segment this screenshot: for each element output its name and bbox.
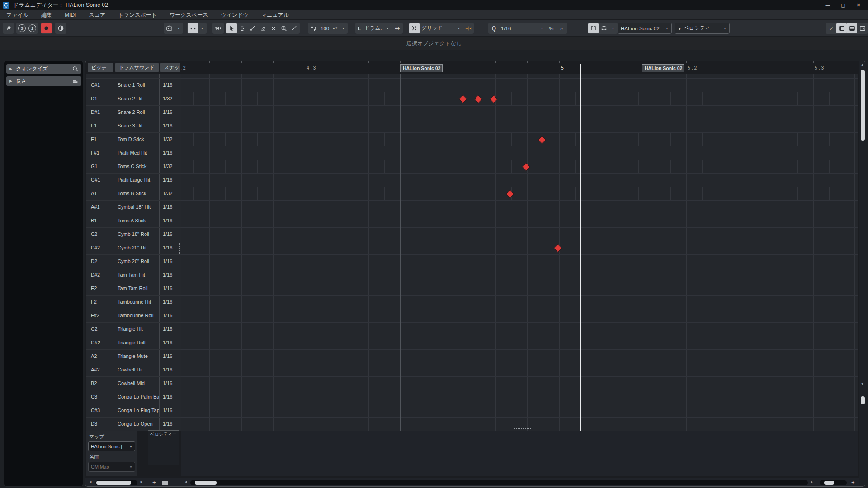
track-selector-combo[interactable]: HALion Sonic 02 ▼ <box>618 23 672 34</box>
snap-type-value[interactable]: グリッド <box>420 25 455 32</box>
autoscroll-button[interactable] <box>188 23 198 33</box>
h-zoom-in-button[interactable]: + <box>851 479 855 486</box>
drum-list-row[interactable]: A1Toms B Stick1/32 <box>86 187 181 201</box>
record-in-editor-button[interactable] <box>41 23 52 33</box>
v-scroll-down-arrow[interactable]: ▼ <box>861 382 864 385</box>
drum-map-selector[interactable]: HALion Sonic [. ▼ <box>88 441 135 451</box>
h-zoom-slider-track[interactable] <box>820 480 847 485</box>
inspector-section-length[interactable]: ▶ 長さ <box>6 76 81 86</box>
drum-list-row[interactable]: G2Triangle Hit1/16 <box>86 323 181 336</box>
menu-item-スコア[interactable]: スコア <box>82 10 112 20</box>
part-list-dropdown-arrow[interactable]: ▼ <box>609 23 617 33</box>
insert-velocity-value[interactable]: 100 <box>319 26 331 31</box>
drum-list-row[interactable]: G1Toms C Stick1/32 <box>86 160 181 174</box>
v-zoom-out-button[interactable]: — <box>860 389 864 394</box>
grid-scroll-left-arrow[interactable]: ◄ <box>184 480 188 484</box>
list-scrollbar-track[interactable] <box>95 480 137 485</box>
mute-tool[interactable] <box>268 23 278 33</box>
speaker-icon[interactable] <box>213 23 223 33</box>
drum-list-row[interactable]: D1Snare 2 Hit1/32 <box>86 92 181 106</box>
menu-item-編集[interactable]: 編集 <box>35 10 58 20</box>
snap-on-off-button[interactable] <box>409 23 420 33</box>
drum-list-row[interactable]: D#2Tam Tam Hit1/16 <box>86 268 181 282</box>
snap-grid-type-icon[interactable] <box>463 23 473 33</box>
drum-note[interactable] <box>459 95 467 103</box>
drum-note[interactable] <box>522 163 530 171</box>
v-zoom-slider-thumb[interactable] <box>861 396 865 404</box>
menu-item-ファイル[interactable]: ファイル <box>0 10 35 20</box>
show-part-borders-button[interactable] <box>588 23 599 33</box>
trim-tool[interactable] <box>237 23 247 33</box>
drum-list-row[interactable]: A2Triangle Mute1/16 <box>86 350 181 363</box>
drum-note[interactable] <box>490 95 498 103</box>
drum-list-row[interactable]: F2Tambourine Hit1/16 <box>86 296 181 309</box>
acoustic-feedback-button[interactable] <box>56 23 66 33</box>
drum-list-row[interactable]: C2Cymb 18" Roll1/16 <box>86 228 181 241</box>
drum-note[interactable] <box>506 190 514 198</box>
controller-lane-tab[interactable]: ベロシティー <box>148 430 179 465</box>
menu-item-ワークスペース[interactable]: ワークスペース <box>163 10 214 20</box>
midi-step-input-icon[interactable] <box>308 23 319 33</box>
timeline-ruler[interactable]: . 24 . 355 . 25 . 3HALion Sonic 02HALion… <box>181 61 858 74</box>
solo-button[interactable]: S <box>17 23 27 33</box>
drumstick-tool[interactable] <box>247 23 258 33</box>
drum-list-row[interactable]: F#1Piatti Med Hit1/16 <box>86 146 181 160</box>
length-dropdown-arrow[interactable]: ▼ <box>384 23 392 33</box>
quantize-panel-button[interactable]: e <box>557 23 567 33</box>
setup-window-layout-button[interactable] <box>857 23 868 33</box>
lower-zone-toggle[interactable] <box>847 23 857 33</box>
snap-type-dropdown-arrow[interactable]: ▼ <box>455 23 463 33</box>
drum-note[interactable] <box>474 95 482 103</box>
v-scrollbar-thumb[interactable] <box>861 70 865 141</box>
pin-button[interactable] <box>3 23 14 33</box>
minimize-button[interactable]: — <box>820 0 835 9</box>
drum-list-row[interactable]: C#3Conga Lo Fing Tap1/16 <box>86 404 181 418</box>
grid-scroll-right-arrow[interactable]: ► <box>810 480 814 484</box>
drum-list-row[interactable]: F#2Tambourine Roll1/16 <box>86 309 181 323</box>
object-selection-tool[interactable] <box>226 23 237 33</box>
list-scroll-right-arrow[interactable]: ► <box>140 480 143 484</box>
lane-resize-handle[interactable] <box>514 428 531 429</box>
drum-list-row[interactable]: A#2Cowbell Hi1/16 <box>86 363 181 377</box>
menu-item-ウィンドウ[interactable]: ウィンドウ <box>214 10 255 20</box>
column-header-pitch[interactable]: ピッチ <box>88 63 113 72</box>
drum-list-row[interactable]: E1Snare 3 Hit1/16 <box>86 119 181 133</box>
drum-list-row[interactable]: D2Cymb 20" Roll1/16 <box>86 255 181 268</box>
velocity-dropdown-arrow[interactable]: ▼ <box>339 23 347 33</box>
menu-item-トランスポート[interactable]: トランスポート <box>112 10 163 20</box>
zoom-tool[interactable] <box>278 23 289 33</box>
grid-scrollbar-track[interactable] <box>190 480 808 485</box>
menu-item-マニュアル[interactable]: マニュアル <box>255 10 295 20</box>
part-name-box[interactable]: HALion Sonic 02 <box>642 64 684 72</box>
show-note-length-button[interactable]: ◆◆ <box>392 23 402 33</box>
drum-list-row[interactable]: C#2Cymb 20" Hit1/16 <box>86 241 181 255</box>
layout-dropdown-arrow[interactable]: ▼ <box>175 23 183 33</box>
drum-list-row[interactable]: G#2Triangle Roll1/16 <box>86 336 181 350</box>
drum-list-row[interactable]: B1Toms A Stick1/16 <box>86 214 181 228</box>
window-layout-icon[interactable] <box>164 23 175 33</box>
map-name-selector[interactable]: GM Map ▼ <box>88 462 135 472</box>
column-header-snap[interactable]: スナップ <box>160 63 180 72</box>
list-scroll-left-arrow[interactable]: ◄ <box>89 480 92 484</box>
quantize-preset-value[interactable]: 1/16 <box>499 26 538 31</box>
open-in-lower-zone-button[interactable]: ↙ <box>826 23 836 33</box>
length-link-value[interactable]: ドラム. <box>363 25 384 32</box>
drum-list-row[interactable]: D3Conga Lo Open1/16 <box>86 418 181 431</box>
drum-list-row[interactable]: D#1Snare 2 Roll1/16 <box>86 106 181 119</box>
solo-follows-button[interactable]: 1 <box>27 23 38 33</box>
line-tool[interactable] <box>289 23 299 33</box>
column-header-drumsound[interactable]: ドラムサウンド <box>115 63 159 72</box>
drum-list-row[interactable]: E2Tam Tam Roll1/16 <box>86 282 181 296</box>
list-scrollbar-thumb[interactable] <box>96 481 131 485</box>
row-height-icon[interactable] <box>162 481 168 485</box>
drum-list-row[interactable]: A#1Cymbal 18" Hit1/16 <box>86 201 181 214</box>
part-name-box[interactable]: HALion Sonic 02 <box>400 64 443 72</box>
h-zoom-slider-thumb[interactable] <box>824 481 834 485</box>
v-scroll-up-arrow[interactable]: ▲ <box>861 63 864 66</box>
velocity-stepper[interactable]: ▲▼ <box>331 23 339 33</box>
drum-list-row[interactable]: C1Snare 1 Hit1/16 <box>86 74 181 79</box>
left-zone-toggle[interactable] <box>836 23 847 33</box>
quantize-dropdown-arrow[interactable]: ▼ <box>538 23 546 33</box>
drum-list-row[interactable]: B2Cowbell Mid1/16 <box>86 377 181 390</box>
iterative-quantize-button[interactable]: % <box>546 23 557 33</box>
